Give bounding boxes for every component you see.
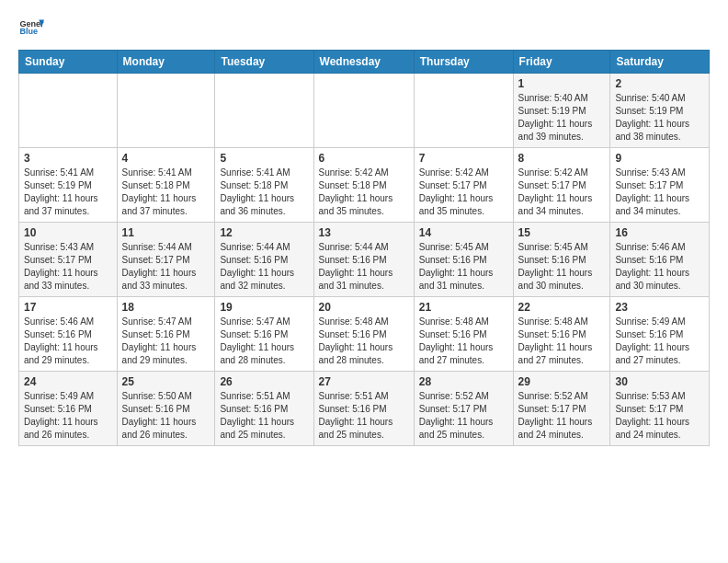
calendar-day-cell [19,74,118,148]
day-number: 8 [518,152,606,165]
calendar-day-cell: 17Sunrise: 5:46 AM Sunset: 5:16 PM Dayli… [19,297,118,372]
day-number: 22 [518,301,606,314]
calendar-day-cell: 4Sunrise: 5:41 AM Sunset: 5:18 PM Daylig… [117,148,215,223]
calendar-day-cell: 18Sunrise: 5:47 AM Sunset: 5:16 PM Dayli… [117,297,215,372]
day-number: 6 [319,152,409,165]
calendar-day-cell: 7Sunrise: 5:42 AM Sunset: 5:17 PM Daylig… [414,148,513,223]
day-number: 5 [220,152,308,165]
day-number: 19 [220,301,308,314]
calendar-day-cell: 2Sunrise: 5:40 AM Sunset: 5:19 PM Daylig… [610,74,710,148]
calendar-day-cell: 3Sunrise: 5:41 AM Sunset: 5:19 PM Daylig… [19,148,118,223]
day-number: 10 [24,226,112,239]
day-info: Sunrise: 5:51 AM Sunset: 5:16 PM Dayligh… [319,390,409,442]
calendar-day-cell: 27Sunrise: 5:51 AM Sunset: 5:16 PM Dayli… [313,372,414,446]
calendar-day-cell [117,74,215,148]
day-info: Sunrise: 5:41 AM Sunset: 5:19 PM Dayligh… [24,167,112,218]
day-info: Sunrise: 5:53 AM Sunset: 5:17 PM Dayligh… [615,390,704,442]
day-info: Sunrise: 5:42 AM Sunset: 5:17 PM Dayligh… [518,167,606,218]
day-info: Sunrise: 5:46 AM Sunset: 5:16 PM Dayligh… [615,241,704,293]
day-info: Sunrise: 5:48 AM Sunset: 5:16 PM Dayligh… [518,316,606,367]
day-number: 7 [419,152,508,165]
day-info: Sunrise: 5:42 AM Sunset: 5:18 PM Dayligh… [319,167,409,218]
calendar-day-cell: 5Sunrise: 5:41 AM Sunset: 5:18 PM Daylig… [215,148,313,223]
calendar-day-cell: 30Sunrise: 5:53 AM Sunset: 5:17 PM Dayli… [610,372,710,446]
calendar-day-cell: 12Sunrise: 5:44 AM Sunset: 5:16 PM Dayli… [215,223,313,297]
calendar-day-cell: 29Sunrise: 5:52 AM Sunset: 5:17 PM Dayli… [513,372,610,446]
day-number: 20 [319,301,409,314]
day-of-week-header: Sunday [19,51,118,74]
calendar-day-cell: 15Sunrise: 5:45 AM Sunset: 5:16 PM Dayli… [513,223,610,297]
day-number: 26 [220,375,308,388]
calendar-day-cell: 8Sunrise: 5:42 AM Sunset: 5:17 PM Daylig… [513,148,610,223]
day-number: 14 [419,226,508,239]
day-number: 21 [419,301,508,314]
day-number: 28 [419,375,508,388]
day-info: Sunrise: 5:48 AM Sunset: 5:16 PM Dayligh… [419,316,508,367]
day-info: Sunrise: 5:46 AM Sunset: 5:16 PM Dayligh… [24,316,112,367]
calendar-day-cell: 6Sunrise: 5:42 AM Sunset: 5:18 PM Daylig… [313,148,414,223]
day-number: 3 [24,152,112,165]
day-info: Sunrise: 5:43 AM Sunset: 5:17 PM Dayligh… [615,167,704,218]
calendar-day-cell: 23Sunrise: 5:49 AM Sunset: 5:16 PM Dayli… [610,297,710,372]
calendar-day-cell [414,74,513,148]
calendar-day-cell: 26Sunrise: 5:51 AM Sunset: 5:16 PM Dayli… [215,372,313,446]
day-info: Sunrise: 5:52 AM Sunset: 5:17 PM Dayligh… [419,390,508,442]
day-info: Sunrise: 5:49 AM Sunset: 5:16 PM Dayligh… [615,316,704,367]
day-number: 16 [615,226,704,239]
day-info: Sunrise: 5:43 AM Sunset: 5:17 PM Dayligh… [24,241,112,293]
day-info: Sunrise: 5:45 AM Sunset: 5:16 PM Dayligh… [518,241,606,293]
calendar-day-cell: 20Sunrise: 5:48 AM Sunset: 5:16 PM Dayli… [313,297,414,372]
day-number: 12 [220,226,308,239]
calendar-day-cell: 22Sunrise: 5:48 AM Sunset: 5:16 PM Dayli… [513,297,610,372]
calendar-day-cell [215,74,313,148]
calendar-day-cell: 11Sunrise: 5:44 AM Sunset: 5:17 PM Dayli… [117,223,215,297]
day-number: 13 [319,226,409,239]
calendar-day-cell: 9Sunrise: 5:43 AM Sunset: 5:17 PM Daylig… [610,148,710,223]
calendar-day-cell: 13Sunrise: 5:44 AM Sunset: 5:16 PM Dayli… [313,223,414,297]
day-of-week-header: Tuesday [215,51,313,74]
calendar-day-cell: 10Sunrise: 5:43 AM Sunset: 5:17 PM Dayli… [19,223,118,297]
svg-text:Blue: Blue [19,27,38,36]
calendar-day-cell: 28Sunrise: 5:52 AM Sunset: 5:17 PM Dayli… [414,372,513,446]
day-number: 9 [615,152,704,165]
day-number: 11 [122,226,210,239]
day-info: Sunrise: 5:47 AM Sunset: 5:16 PM Dayligh… [220,316,308,367]
calendar-day-cell: 16Sunrise: 5:46 AM Sunset: 5:16 PM Dayli… [610,223,710,297]
day-of-week-header: Wednesday [313,51,414,74]
day-info: Sunrise: 5:44 AM Sunset: 5:17 PM Dayligh… [122,241,210,293]
calendar-week-row: 3Sunrise: 5:41 AM Sunset: 5:19 PM Daylig… [19,148,710,223]
day-number: 4 [122,152,210,165]
day-of-week-header: Friday [513,51,610,74]
day-of-week-header: Thursday [414,51,513,74]
day-number: 27 [319,375,409,388]
logo: General Blue [18,15,44,40]
day-info: Sunrise: 5:41 AM Sunset: 5:18 PM Dayligh… [220,167,308,218]
page-header: General Blue [18,15,710,40]
day-number: 1 [518,77,606,90]
calendar-day-cell: 19Sunrise: 5:47 AM Sunset: 5:16 PM Dayli… [215,297,313,372]
day-info: Sunrise: 5:40 AM Sunset: 5:19 PM Dayligh… [518,92,606,144]
calendar-day-cell: 24Sunrise: 5:49 AM Sunset: 5:16 PM Dayli… [19,372,118,446]
day-info: Sunrise: 5:40 AM Sunset: 5:19 PM Dayligh… [615,92,704,144]
calendar-table: SundayMondayTuesdayWednesdayThursdayFrid… [18,50,710,446]
day-info: Sunrise: 5:41 AM Sunset: 5:18 PM Dayligh… [122,167,210,218]
logo-icon: General Blue [18,15,44,40]
calendar-header-row: SundayMondayTuesdayWednesdayThursdayFrid… [19,51,710,74]
day-number: 17 [24,301,112,314]
day-info: Sunrise: 5:52 AM Sunset: 5:17 PM Dayligh… [518,390,606,442]
day-of-week-header: Saturday [610,51,710,74]
calendar-day-cell: 25Sunrise: 5:50 AM Sunset: 5:16 PM Dayli… [117,372,215,446]
day-info: Sunrise: 5:49 AM Sunset: 5:16 PM Dayligh… [24,390,112,442]
calendar-day-cell: 1Sunrise: 5:40 AM Sunset: 5:19 PM Daylig… [513,74,610,148]
day-number: 25 [122,375,210,388]
calendar-week-row: 24Sunrise: 5:49 AM Sunset: 5:16 PM Dayli… [19,372,710,446]
calendar-day-cell [313,74,414,148]
day-number: 24 [24,375,112,388]
calendar-day-cell: 14Sunrise: 5:45 AM Sunset: 5:16 PM Dayli… [414,223,513,297]
calendar-week-row: 1Sunrise: 5:40 AM Sunset: 5:19 PM Daylig… [19,74,710,148]
day-info: Sunrise: 5:44 AM Sunset: 5:16 PM Dayligh… [319,241,409,293]
day-info: Sunrise: 5:51 AM Sunset: 5:16 PM Dayligh… [220,390,308,442]
day-info: Sunrise: 5:45 AM Sunset: 5:16 PM Dayligh… [419,241,508,293]
day-number: 23 [615,301,704,314]
calendar-week-row: 17Sunrise: 5:46 AM Sunset: 5:16 PM Dayli… [19,297,710,372]
